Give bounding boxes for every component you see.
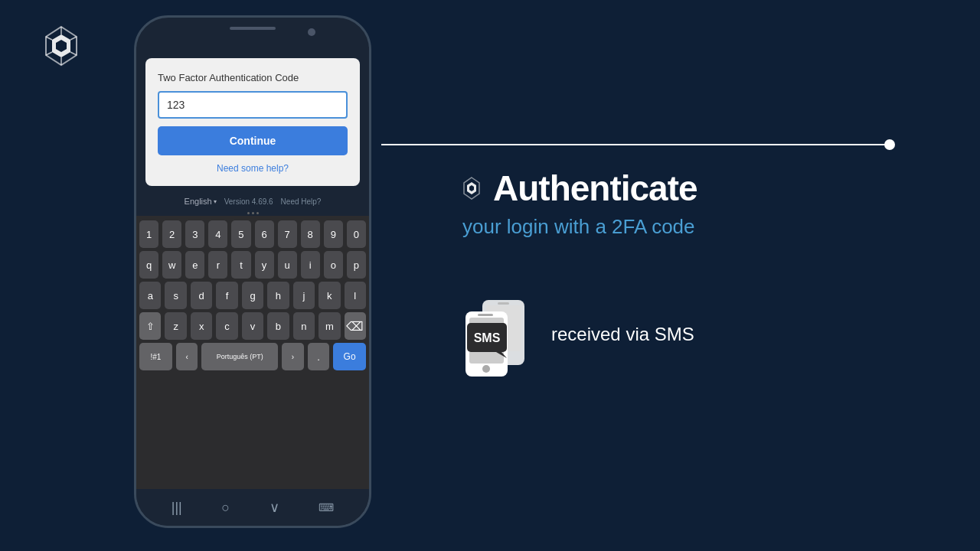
key-p[interactable]: p (347, 251, 366, 279)
home-nav-button[interactable]: ○ (221, 500, 230, 516)
key-5[interactable]: 5 (231, 220, 250, 248)
language-chevron-icon: ▾ (214, 198, 217, 205)
svg-line-8 (46, 37, 52, 40)
blockchain-logo-icon (38, 23, 84, 69)
authenticate-label: Authenticate (493, 168, 697, 209)
dialog-title: Two Factor Authentication Code (158, 72, 348, 83)
authenticate-title-row: Authenticate (459, 168, 934, 209)
language-key[interactable]: Português (PT) (201, 343, 278, 370)
symbols-key[interactable]: !#1 (139, 343, 172, 370)
continue-button[interactable]: Continue (158, 126, 348, 155)
phone-camera-dot (308, 28, 315, 36)
key-8[interactable]: 8 (301, 220, 320, 248)
key-w[interactable]: w (162, 251, 181, 279)
svg-point-18 (482, 365, 490, 373)
key-j[interactable]: j (293, 282, 315, 309)
keyboard-row-1: q w e r t y u i o p (139, 251, 366, 279)
phone-notch-line (230, 27, 276, 30)
back-nav-button[interactable]: ||| (172, 500, 182, 516)
logo-area (38, 23, 84, 72)
recent-nav-button[interactable]: ∨ (270, 499, 279, 516)
key-o[interactable]: o (324, 251, 343, 279)
key-t[interactable]: t (231, 251, 250, 279)
on-screen-keyboard: 1 2 3 4 5 6 7 8 9 0 q w e r t y u i (136, 216, 369, 489)
key-3[interactable]: 3 (185, 220, 204, 248)
dot2 (252, 212, 254, 214)
dot1 (247, 212, 250, 214)
dot3 (256, 212, 259, 214)
phone-notch-bar (136, 18, 369, 47)
svg-line-5 (70, 52, 77, 55)
keyboard-number-row: 1 2 3 4 5 6 7 8 9 0 (139, 220, 366, 248)
language-selector[interactable]: English ▾ (185, 197, 217, 206)
key-h[interactable]: h (267, 282, 289, 309)
2fa-dialog-card: Two Factor Authentication Code Continue … (145, 58, 360, 186)
keyboard-row-3: ⇧ z x c v b n m ⌫ (139, 312, 366, 340)
authenticate-brand-icon (459, 176, 484, 201)
language-label: English (185, 197, 212, 206)
key-y[interactable]: y (255, 251, 274, 279)
key-9[interactable]: 9 (324, 220, 343, 248)
svg-rect-15 (498, 302, 509, 305)
key-4[interactable]: 4 (208, 220, 227, 248)
key-l[interactable]: l (345, 282, 366, 309)
svg-rect-19 (478, 314, 493, 316)
key-r[interactable]: r (208, 251, 227, 279)
key-7[interactable]: 7 (278, 220, 297, 248)
key-m[interactable]: m (318, 312, 340, 340)
phone-app-footer: English ▾ Version 4.69.6 Need Help? (177, 192, 329, 210)
prev-lang-key[interactable]: ‹ (176, 343, 198, 370)
period-key[interactable]: . (308, 343, 330, 370)
footer-need-help[interactable]: Need Help? (281, 197, 322, 206)
key-x[interactable]: x (191, 312, 212, 340)
keyboard-nav-button[interactable]: ⌨ (318, 501, 334, 514)
key-2[interactable]: 2 (162, 220, 181, 248)
connecting-line (381, 144, 890, 145)
key-e[interactable]: e (185, 251, 204, 279)
2fa-code-input[interactable] (158, 91, 348, 119)
need-help-link[interactable]: Need some help? (158, 163, 348, 174)
shift-key[interactable]: ⇧ (139, 312, 161, 340)
svg-text:SMS: SMS (474, 331, 501, 344)
go-key[interactable]: Go (333, 343, 366, 370)
backspace-key[interactable]: ⌫ (345, 312, 366, 340)
key-b[interactable]: b (267, 312, 289, 340)
authenticate-section: Authenticate your login with a 2FA code (459, 168, 934, 239)
phone-screen-content: Two Factor Authentication Code Continue … (136, 47, 369, 489)
key-g[interactable]: g (242, 282, 263, 309)
keyboard-row-4: !#1 ‹ Português (PT) › . Go (139, 343, 366, 370)
key-c[interactable]: c (216, 312, 237, 340)
phone-bottom-nav: ||| ○ ∨ ⌨ (136, 489, 369, 526)
key-f[interactable]: f (216, 282, 237, 309)
key-v[interactable]: v (242, 312, 263, 340)
keyboard-row-2: a s d f g h j k l (139, 282, 366, 309)
key-s[interactable]: s (165, 282, 186, 309)
keyboard-mode-dots (241, 210, 265, 216)
right-panel: Authenticate your login with a 2FA code … (413, 0, 980, 551)
key-a[interactable]: a (139, 282, 161, 309)
key-n[interactable]: n (293, 312, 315, 340)
line-endpoint-dot (884, 139, 895, 150)
next-lang-key[interactable]: › (282, 343, 304, 370)
authenticate-subtitle: your login with a 2FA code (459, 215, 934, 239)
key-0[interactable]: 0 (347, 220, 366, 248)
key-q[interactable]: q (139, 251, 158, 279)
phone-mockup: Two Factor Authentication Code Continue … (134, 15, 371, 528)
key-6[interactable]: 6 (255, 220, 274, 248)
sms-phone-icon: SMS (459, 285, 536, 384)
key-i[interactable]: i (301, 251, 320, 279)
key-u[interactable]: u (278, 251, 297, 279)
key-k[interactable]: k (318, 282, 340, 309)
svg-line-4 (70, 37, 77, 40)
version-text: Version 4.69.6 (224, 197, 273, 206)
key-d[interactable]: d (191, 282, 212, 309)
sms-received-label: received via SMS (551, 324, 694, 345)
key-1[interactable]: 1 (139, 220, 158, 248)
key-z[interactable]: z (165, 312, 186, 340)
svg-line-7 (46, 52, 52, 55)
sms-section: SMS received via SMS (459, 285, 934, 384)
